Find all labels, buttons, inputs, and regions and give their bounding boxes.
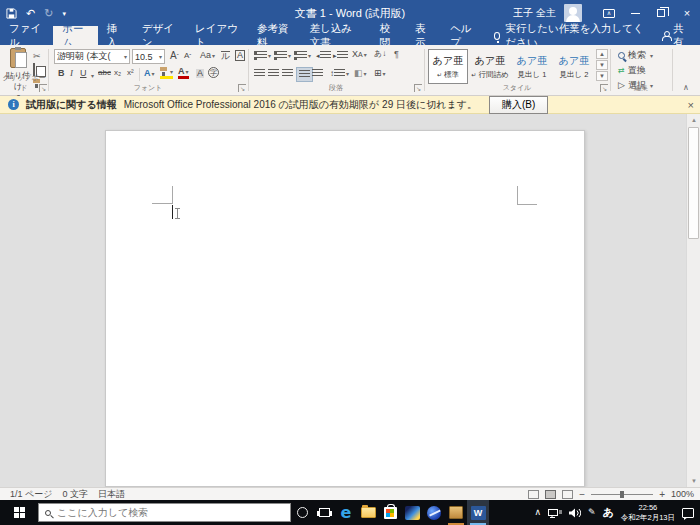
page-count[interactable]: 1/1 ページ bbox=[10, 488, 52, 501]
file-explorer-button[interactable] bbox=[357, 500, 379, 525]
read-mode-button[interactable] bbox=[528, 490, 539, 499]
strikethrough-button[interactable]: abc bbox=[98, 69, 111, 77]
document-workspace[interactable]: ▲ ▼ bbox=[0, 114, 700, 487]
formatting-marks-button[interactable]: ¶ bbox=[394, 50, 399, 59]
superscript-button[interactable]: x² bbox=[127, 69, 134, 77]
tab-file[interactable]: ファイル bbox=[0, 26, 53, 45]
underline-dropdown-icon[interactable]: ▾ bbox=[91, 72, 94, 79]
grow-font-button[interactable]: Aˆ bbox=[170, 51, 179, 61]
pinned-app-button-1[interactable] bbox=[401, 500, 423, 525]
taskbar-search-box[interactable] bbox=[38, 503, 291, 522]
edge-button[interactable]: e bbox=[335, 500, 357, 525]
zoom-slider-thumb[interactable] bbox=[620, 491, 624, 498]
vertical-scrollbar[interactable]: ▲ ▼ bbox=[686, 114, 700, 487]
replace-button[interactable]: ⇄ 置換 bbox=[618, 66, 646, 75]
style-heading1[interactable]: あア亜 見出し 1 bbox=[512, 49, 552, 84]
ime-indicator[interactable]: あ bbox=[603, 507, 614, 518]
highlight-button[interactable]: ▾ bbox=[160, 67, 173, 79]
tab-view[interactable]: 表示 bbox=[406, 26, 441, 45]
line-spacing-button[interactable]: ↕▾ bbox=[330, 69, 349, 78]
store-button[interactable] bbox=[379, 500, 401, 525]
running-app-button[interactable] bbox=[445, 500, 467, 525]
style-heading2[interactable]: あア亜 見出し 2 bbox=[554, 49, 594, 84]
clipboard-dialog-launcher[interactable]: ↘ bbox=[39, 84, 47, 92]
underline-button[interactable]: U bbox=[80, 69, 87, 78]
word-count[interactable]: 0 文字 bbox=[62, 488, 88, 501]
speaker-icon[interactable] bbox=[569, 508, 581, 518]
tab-design[interactable]: デザイン bbox=[133, 26, 186, 45]
justify-button[interactable] bbox=[296, 67, 313, 82]
zoom-out-icon[interactable]: − bbox=[579, 489, 585, 500]
web-layout-button[interactable] bbox=[562, 490, 573, 499]
styles-more-icon[interactable]: ▼ bbox=[596, 71, 608, 81]
hidden-icons-chevron-icon[interactable]: ∧ bbox=[534, 508, 541, 517]
taskbar-search-input[interactable] bbox=[57, 507, 257, 518]
shrink-font-button[interactable]: Aˇ bbox=[184, 52, 191, 60]
align-left-button[interactable] bbox=[254, 69, 265, 78]
tab-references[interactable]: 参考資料 bbox=[248, 26, 300, 45]
collapse-ribbon-icon[interactable]: ∧ bbox=[683, 83, 689, 92]
italic-button[interactable]: I bbox=[70, 69, 73, 78]
user-name[interactable]: 王子 全主 bbox=[513, 6, 556, 20]
network-icon[interactable] bbox=[548, 508, 562, 518]
cut-button[interactable]: ✂ bbox=[33, 50, 41, 61]
borders-button[interactable]: ⊞▾ bbox=[374, 69, 386, 78]
font-dialog-launcher[interactable]: ↘ bbox=[238, 84, 246, 92]
align-right-button[interactable] bbox=[282, 69, 293, 78]
zoom-in-icon[interactable]: + bbox=[659, 489, 665, 500]
word-taskbar-button[interactable]: W bbox=[467, 500, 489, 525]
decrease-indent-button[interactable]: ◂ bbox=[316, 51, 331, 60]
document-page[interactable] bbox=[105, 130, 585, 487]
tab-layout[interactable]: レイアウト bbox=[186, 26, 248, 45]
share-button[interactable]: 共有 bbox=[652, 26, 700, 45]
bullets-button[interactable]: ▾ bbox=[254, 51, 271, 60]
ruby-button[interactable]: ル bbox=[221, 51, 230, 61]
action-center-icon[interactable] bbox=[682, 508, 694, 518]
scrollbar-thumb[interactable] bbox=[688, 127, 699, 239]
cortana-button[interactable] bbox=[291, 500, 313, 525]
buy-button[interactable]: 購入(B) bbox=[489, 96, 548, 114]
zoom-slider[interactable] bbox=[591, 494, 653, 495]
enclose-characters-button[interactable]: 字 bbox=[208, 67, 219, 78]
increase-indent-button[interactable]: ▸ bbox=[333, 51, 348, 60]
distribute-button[interactable] bbox=[312, 69, 323, 78]
styles-scroll-up-icon[interactable]: ▲ bbox=[596, 49, 608, 59]
tell-me-box[interactable]: 実行したい作業を入力してください bbox=[486, 26, 653, 45]
text-effects-button[interactable]: A▾ bbox=[144, 69, 155, 78]
tab-mailings[interactable]: 差し込み文書 bbox=[301, 26, 371, 45]
numbering-button[interactable]: ▾ bbox=[274, 51, 291, 60]
task-view-button[interactable] bbox=[313, 500, 335, 525]
start-button[interactable] bbox=[0, 500, 38, 525]
bold-button[interactable]: B bbox=[58, 69, 65, 78]
zoom-level[interactable]: 100% bbox=[671, 489, 694, 499]
change-case-button[interactable]: Aa▾ bbox=[200, 51, 215, 60]
align-center-button[interactable] bbox=[268, 69, 279, 78]
tab-home[interactable]: ホーム bbox=[53, 26, 97, 45]
pen-icon[interactable]: ✎ bbox=[588, 508, 596, 517]
paragraph-dialog-launcher[interactable]: ↘ bbox=[414, 84, 422, 92]
multilevel-list-button[interactable]: ▾ bbox=[294, 51, 311, 60]
sort-button[interactable]: あ↓ bbox=[374, 50, 386, 58]
font-color-button[interactable]: A▾ bbox=[178, 67, 189, 79]
tab-insert[interactable]: 挿入 bbox=[98, 26, 133, 45]
style-normal[interactable]: あア亜 ↵ 標準 bbox=[428, 49, 468, 84]
language-indicator[interactable]: 日本語 bbox=[98, 488, 125, 501]
tab-review[interactable]: 校閲 bbox=[371, 26, 406, 45]
styles-dialog-launcher[interactable]: ↘ bbox=[600, 84, 608, 92]
scroll-up-icon[interactable]: ▲ bbox=[689, 117, 699, 123]
style-no-spacing[interactable]: あア亜 ↵ 行間詰め bbox=[470, 49, 510, 84]
print-layout-button[interactable] bbox=[545, 490, 556, 499]
tab-help[interactable]: ヘルプ bbox=[441, 26, 485, 45]
font-name-combo[interactable]: 游明朝 (本文(▾ bbox=[54, 49, 130, 64]
find-button[interactable]: 検索▾ bbox=[618, 51, 653, 60]
pinned-app-button-2[interactable] bbox=[423, 500, 445, 525]
message-bar-close-icon[interactable]: × bbox=[688, 99, 694, 111]
subscript-button[interactable]: x₂ bbox=[114, 69, 121, 77]
character-border-button[interactable]: A bbox=[235, 50, 245, 61]
shading-button[interactable]: ◧▾ bbox=[354, 69, 367, 78]
styles-scroll-down-icon[interactable]: ▼ bbox=[596, 60, 608, 70]
font-size-combo[interactable]: 10.5▾ bbox=[132, 49, 165, 64]
scroll-down-icon[interactable]: ▼ bbox=[689, 478, 699, 484]
restore-button[interactable] bbox=[648, 0, 674, 26]
character-shading-button[interactable]: A bbox=[196, 69, 204, 78]
